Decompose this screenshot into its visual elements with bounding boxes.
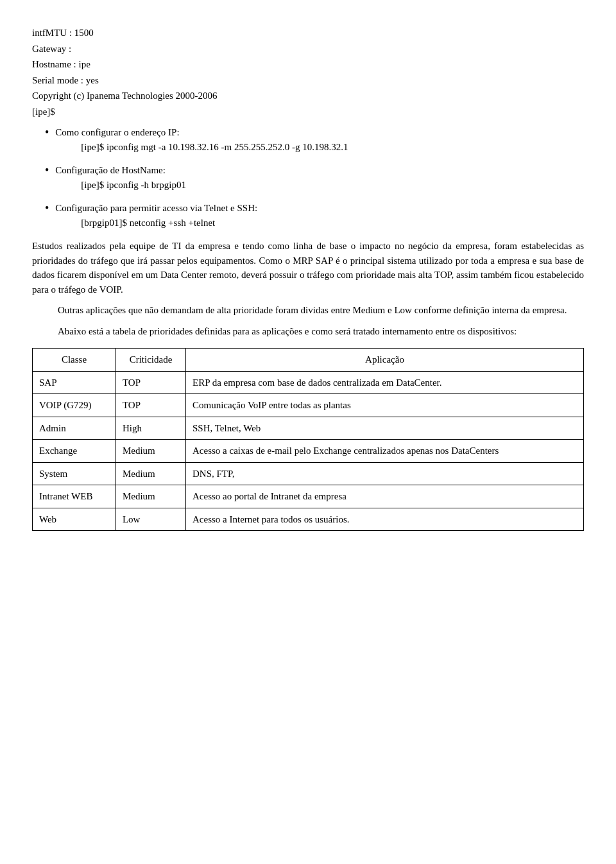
- cell-aplicacao: Acesso ao portal de Intranet da empresa: [186, 485, 584, 508]
- ip-config-title: Como configurar o endereço IP:: [55, 125, 584, 140]
- table-header-row: Classe Criticidade Aplicação: [33, 349, 584, 372]
- ip-config-code: [ipe]$ ipconfig mgt -a 10.198.32.16 -m 2…: [81, 140, 584, 155]
- table-row: ExchangeMediumAcesso a caixas de e-mail …: [33, 440, 584, 463]
- cell-classe: VOIP (G729): [33, 394, 116, 417]
- telnet-section: • Configuração para permitir acesso via …: [45, 201, 584, 234]
- table-row: SystemMediumDNS, FTP,: [33, 462, 584, 485]
- cell-classe: Intranet WEB: [33, 485, 116, 508]
- cell-criticidade: Medium: [116, 462, 185, 485]
- cell-criticidade: High: [116, 417, 185, 440]
- table-row: AdminHighSSH, Telnet, Web: [33, 417, 584, 440]
- copyright-line: Copyright (c) Ipanema Technologies 2000-…: [32, 89, 584, 103]
- paragraph-1: Estudos realizados pela equipe de TI da …: [32, 239, 584, 297]
- gateway-line: Gateway :: [32, 42, 584, 56]
- table-row: WebLowAcesso a Internet para todos os us…: [33, 508, 584, 531]
- cell-aplicacao: Comunicação VoIP entre todas as plantas: [186, 394, 584, 417]
- table-row: SAPTOPERP da empresa com base de dados c…: [33, 371, 584, 394]
- telnet-title: Configuração para permitir acesso via Te…: [55, 201, 584, 216]
- cell-criticidade: Medium: [116, 485, 185, 508]
- cell-aplicacao: SSH, Telnet, Web: [186, 417, 584, 440]
- cell-aplicacao: DNS, FTP,: [186, 462, 584, 485]
- header-aplicacao: Aplicação: [186, 349, 584, 372]
- table-row: Intranet WEBMediumAcesso ao portal de In…: [33, 485, 584, 508]
- cell-aplicacao: Acesso a caixas de e-mail pelo Exchange …: [186, 440, 584, 463]
- serial-mode-line: Serial mode : yes: [32, 73, 584, 88]
- cell-classe: System: [33, 462, 116, 485]
- cell-aplicacao: Acesso a Internet para todos os usuários…: [186, 508, 584, 531]
- cell-criticidade: TOP: [116, 394, 185, 417]
- bullet-icon-2: •: [45, 162, 49, 179]
- cell-criticidade: Low: [116, 508, 185, 531]
- bullet-icon: •: [45, 124, 49, 141]
- table-row: VOIP (G729)TOPComunicação VoIP entre tod…: [33, 394, 584, 417]
- hostname-title: Configuração de HostName:: [55, 163, 584, 178]
- cell-classe: Exchange: [33, 440, 116, 463]
- intfmtu-line: intfMTU : 1500: [32, 26, 584, 40]
- hostname-line: Hostname : ipe: [32, 57, 584, 72]
- prompt-line: [ipe]$: [32, 105, 584, 119]
- hostname-code: [ipe]$ ipconfig -h brpgip01: [81, 178, 584, 193]
- header-criticidade: Criticidade: [116, 349, 185, 372]
- paragraph-3: Abaixo está a tabela de prioridades defi…: [58, 324, 584, 339]
- cell-classe: Web: [33, 508, 116, 531]
- cell-classe: SAP: [33, 371, 116, 394]
- priority-table: Classe Criticidade Aplicação SAPTOPERP d…: [32, 348, 584, 531]
- header-classe: Classe: [33, 349, 116, 372]
- hostname-section: • Configuração de HostName: [ipe]$ ipcon…: [45, 163, 584, 196]
- ip-config-section: • Como configurar o endereço IP: [ipe]$ …: [45, 125, 584, 158]
- cell-classe: Admin: [33, 417, 116, 440]
- telnet-code: [brpgip01]$ netconfig +ssh +telnet: [81, 216, 584, 230]
- cell-aplicacao: ERP da empresa com base de dados central…: [186, 371, 584, 394]
- cell-criticidade: TOP: [116, 371, 185, 394]
- bullet-icon-3: •: [45, 200, 49, 217]
- cell-criticidade: Medium: [116, 440, 185, 463]
- paragraph-2: Outras aplicações que não demandam de al…: [58, 303, 584, 318]
